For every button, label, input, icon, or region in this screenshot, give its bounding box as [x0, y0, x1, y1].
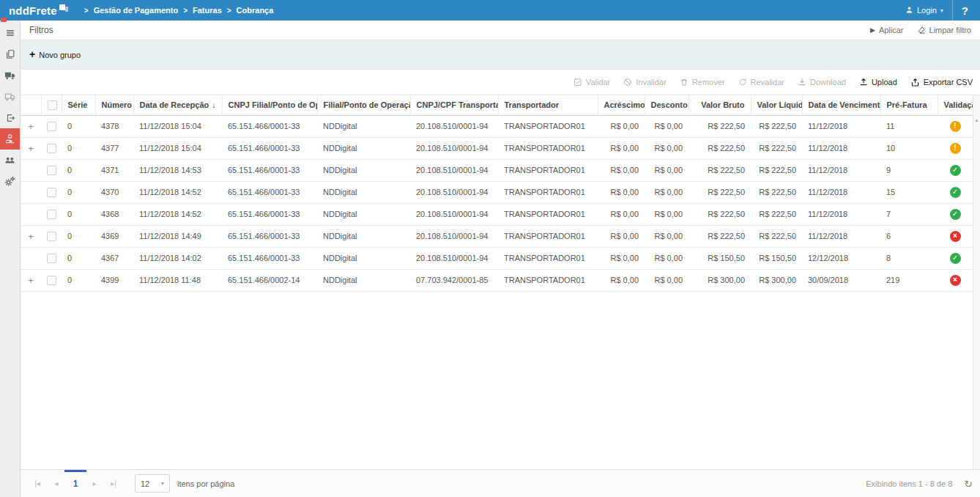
column-header-cnpj_filial[interactable]: CNPJ Filial/Ponto de Operação [222, 95, 317, 115]
cell-pre_fatura: 6 [880, 225, 938, 247]
cell-filial: NDDigital [317, 115, 410, 137]
cell-cnpj_cpf: 20.108.510/0001-94 [410, 137, 498, 159]
cell-valor_liquido: R$ 300,00 [751, 269, 802, 291]
sidebar-item-truck-outline[interactable] [0, 86, 20, 107]
page-last-button[interactable]: ▸| [104, 479, 123, 487]
table-row: +0437711/12/2018 15:0465.151.466/0001-33… [21, 137, 973, 159]
cell-validacao: ! [938, 115, 973, 137]
column-label: Desconto [651, 100, 688, 109]
gears-icon [4, 176, 15, 187]
cell-checkbox [41, 269, 62, 291]
expand-row-button[interactable]: + [28, 231, 34, 242]
scroll-up-icon[interactable]: ▲ [973, 118, 980, 122]
column-header-filial[interactable]: Filial/Ponto de Operação [317, 95, 410, 115]
breadcrumb-item-faturas[interactable]: Faturas [193, 6, 222, 15]
column-header-validacao[interactable]: Validação [938, 95, 973, 115]
login-menu[interactable]: Login ▾ [897, 0, 952, 21]
column-header-data_recepcao[interactable]: Data de Recepção↓ [133, 95, 222, 115]
plus-icon: + [29, 51, 35, 59]
column-header-serie[interactable]: Série [62, 95, 95, 115]
row-checkbox[interactable] [47, 166, 56, 175]
upload-button[interactable]: Upload [859, 78, 897, 86]
table-body: +0437811/12/2018 15:0465.151.466/0001-33… [21, 115, 973, 291]
cell-validacao: ✓ [938, 203, 973, 225]
cell-numero: 4367 [95, 247, 133, 269]
filters-bar: Filtros ▶ Aplicar Limpar filtro [21, 21, 980, 40]
column-header-valor_liquido[interactable]: Valor Líquido [751, 95, 802, 115]
column-header-cnpj_cpf[interactable]: CNPJ/CPF Transportador [410, 95, 498, 115]
vertical-scrollbar[interactable]: ▲ [973, 95, 980, 469]
column-header-numero[interactable]: Número [95, 95, 133, 115]
column-header-desconto[interactable]: Desconto [645, 95, 688, 115]
row-checkbox[interactable] [47, 276, 56, 285]
page-prev-button[interactable]: ◂ [47, 479, 66, 487]
sidebar-item-users[interactable] [0, 150, 20, 171]
sidebar-item-exit[interactable] [0, 107, 20, 128]
cell-validacao: × [938, 269, 973, 291]
play-icon: ▶ [870, 26, 875, 34]
row-checkbox[interactable] [47, 254, 56, 263]
expand-row-button[interactable]: + [28, 275, 34, 286]
page-number-button[interactable]: 1 [66, 479, 85, 489]
grid-area: SérieNúmeroData de Recepção↓CNPJ Filial/… [21, 95, 980, 469]
row-checkbox[interactable] [47, 188, 56, 197]
download-icon [798, 78, 806, 86]
expand-row-button[interactable]: + [28, 143, 34, 154]
page-next-button[interactable]: ▸ [85, 479, 104, 487]
cell-validacao: × [938, 225, 973, 247]
column-label: Data de Recepção [140, 100, 209, 109]
hand-coin-icon [4, 133, 15, 144]
sidebar-item-gears[interactable] [0, 171, 20, 192]
sidebar-item-menu[interactable] [0, 22, 20, 43]
column-header-acrescimo[interactable]: Acréscimo [598, 95, 645, 115]
cell-expand: + [21, 269, 41, 291]
cell-valor_liquido: R$ 222,50 [751, 159, 802, 181]
cell-acrescimo: R$ 0,00 [598, 115, 645, 137]
sidebar-item-truck[interactable] [0, 65, 20, 86]
row-checkbox[interactable] [47, 122, 56, 131]
table-row: 0437111/12/2018 14:5365.151.466/0001-33N… [21, 159, 973, 181]
app-logo[interactable]: nddFrete [9, 4, 69, 17]
row-checkbox[interactable] [47, 232, 56, 241]
success-status-icon: ✓ [950, 165, 961, 176]
exportar-csv-button[interactable]: Exportar CSV [910, 78, 973, 87]
column-header-pre_fatura[interactable]: Pré-Fatura [880, 95, 938, 115]
breadcrumb-item-cobranca[interactable]: Cobrança [237, 6, 274, 15]
new-group-button[interactable]: + Novo grupo [29, 51, 81, 59]
truck-outline-icon [4, 91, 15, 102]
refresh-button[interactable]: ↻ [964, 478, 973, 490]
column-header-data_vencimento[interactable]: Data de Vencimento [802, 95, 880, 115]
apply-filter-button[interactable]: ▶ Aplicar [870, 26, 904, 34]
page-size-select[interactable]: 12 ▾ [135, 474, 170, 493]
column-header-valor_bruto[interactable]: Valor Bruto [688, 95, 751, 115]
sidebar-item-documents[interactable] [0, 43, 20, 65]
new-group-label: Novo grupo [39, 51, 81, 59]
column-header-checkbox[interactable] [41, 95, 62, 115]
clear-filter-button[interactable]: Limpar filtro [917, 26, 971, 34]
column-label: Número [102, 100, 133, 109]
row-checkbox[interactable] [47, 144, 56, 153]
cell-data_recepcao: 11/12/2018 14:02 [133, 247, 222, 269]
cell-numero: 4368 [95, 203, 133, 225]
cell-valor_liquido: R$ 150,50 [751, 247, 802, 269]
cell-numero: 4371 [95, 159, 133, 181]
sidebar-item-hand-coin[interactable] [0, 128, 20, 150]
cell-numero: 4370 [95, 181, 133, 203]
cell-expand [21, 159, 41, 181]
expand-row-button[interactable]: + [28, 121, 34, 132]
column-header-transportador[interactable]: Transportador [498, 95, 598, 115]
cell-desconto: R$ 0,00 [645, 269, 688, 291]
cell-checkbox [41, 159, 62, 181]
row-checkbox[interactable] [47, 210, 56, 219]
page-first-button[interactable]: |◂ [28, 479, 47, 487]
breadcrumb-item-gestao-de-pagamento[interactable]: Gestão de Pagamento [94, 6, 179, 15]
menu-icon [5, 28, 15, 38]
header-actions: Login ▾ ? [897, 0, 971, 21]
cell-validacao: ! [938, 137, 973, 159]
remover-button: Remover [680, 78, 725, 86]
select-all-checkbox[interactable] [48, 100, 57, 110]
cell-data_vencimento: 12/12/2018 [802, 247, 880, 269]
help-button[interactable]: ? [953, 4, 971, 17]
cell-desconto: R$ 0,00 [645, 225, 688, 247]
cell-valor_bruto: R$ 300,00 [688, 269, 751, 291]
